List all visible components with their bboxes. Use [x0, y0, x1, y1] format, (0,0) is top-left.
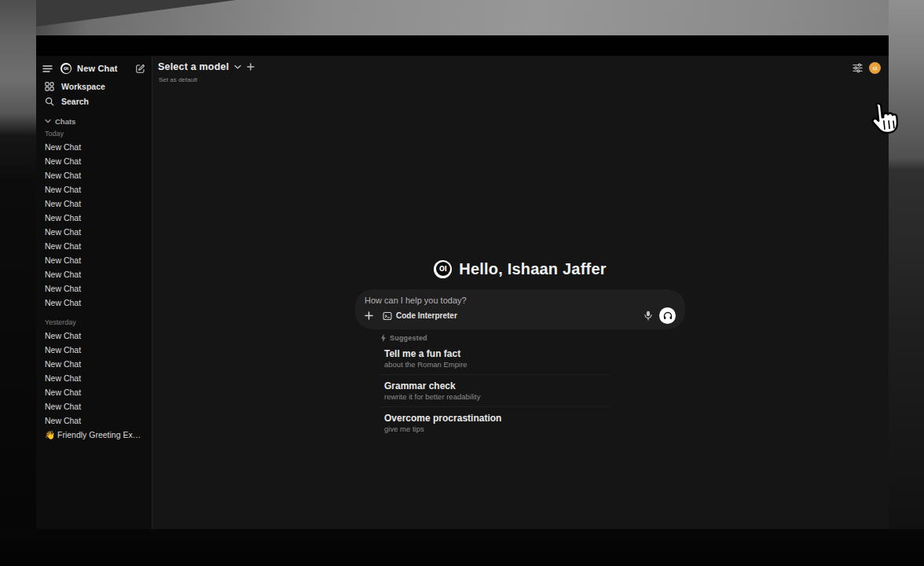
new-chat-icon[interactable] — [135, 64, 145, 74]
chevron-down-icon — [45, 119, 51, 123]
workspace-label: Workspace — [61, 82, 105, 91]
greeting-text: Hello, Ishaan Jaffer — [459, 260, 606, 278]
chat-list-item[interactable]: New Chat — [42, 371, 145, 385]
voice-call-button[interactable] — [659, 307, 676, 324]
suggested-prompt[interactable]: Grammar check rewrite it for better read… — [380, 374, 610, 406]
composer-toolbar: Code Interpreter — [365, 307, 676, 324]
sidebar-header: OI New Chat — [42, 61, 145, 76]
chat-list-item[interactable]: New Chat — [42, 281, 145, 296]
suggested-prompt-title: Grammar check — [384, 380, 610, 391]
wallpaper-left-column — [0, 0, 36, 566]
microphone-icon[interactable] — [644, 311, 652, 321]
group-label-yesterday: Yesterday — [42, 317, 145, 329]
chat-list-item[interactable]: New Chat — [42, 168, 145, 182]
chat-list-item[interactable]: New Chat — [42, 329, 145, 343]
group-label-today: Today — [42, 128, 145, 140]
code-interpreter-label: Code Interpreter — [396, 311, 457, 320]
sidebar-item-search[interactable]: Search — [42, 94, 145, 108]
chat-list-item[interactable]: New Chat — [42, 357, 145, 371]
suggested-prompt-subtitle: rewrite it for better readability — [384, 392, 610, 402]
top-right-controls: IJ — [852, 62, 881, 74]
chats-section-toggle[interactable]: Chats — [42, 115, 145, 127]
chat-list-item[interactable]: New Chat — [42, 197, 145, 211]
chat-list-item[interactable]: New Chat — [42, 154, 145, 168]
model-selector[interactable]: Select a model — [158, 61, 255, 72]
suggested-prompt-subtitle: about the Roman Empire — [384, 360, 610, 369]
chat-list-item[interactable]: New Chat — [42, 211, 145, 225]
headphones-icon — [663, 311, 673, 320]
suggested-label: Suggested — [390, 334, 427, 342]
code-interpreter-icon — [383, 311, 392, 321]
sidebar-title: New Chat — [77, 64, 118, 73]
chat-list-item-named[interactable]: 👋 Friendly Greeting Exchange — [42, 428, 145, 442]
chat-list-item[interactable]: New Chat — [42, 296, 145, 310]
chat-list-item[interactable]: New Chat — [42, 385, 145, 399]
chat-list-item[interactable]: New Chat — [42, 253, 145, 267]
chat-list-item[interactable]: New Chat — [42, 182, 145, 197]
sidebar-item-workspace[interactable]: Workspace — [42, 79, 145, 94]
chat-list-item[interactable]: New Chat — [42, 140, 145, 154]
suggested-header: Suggested — [380, 333, 610, 343]
suggested-prompt[interactable]: Tell me a fun fact about the Roman Empir… — [380, 343, 610, 374]
suggested-prompt-title: Overcome procrastination — [384, 413, 610, 424]
sparkle-icon — [380, 334, 387, 342]
window-titlebar — [36, 35, 889, 56]
set-default-link[interactable]: Set as default — [159, 76, 197, 83]
desktop: OI New Chat Workspace Search — [0, 0, 924, 566]
sidebar: OI New Chat Workspace Search — [36, 56, 152, 529]
chat-list-item[interactable]: New Chat — [42, 267, 145, 281]
search-label: Search — [61, 97, 89, 106]
app-window: OI New Chat Workspace Search — [36, 35, 889, 529]
controls-sliders-icon[interactable] — [852, 63, 863, 73]
suggested-prompt[interactable]: Overcome procrastination give me tips — [380, 406, 610, 439]
greeting: OI Hello, Ishaan Jaffer — [355, 259, 685, 279]
search-icon — [45, 97, 54, 106]
sidebar-toggle-icon[interactable] — [42, 64, 53, 73]
workspace-grid-icon — [45, 82, 54, 91]
app-logo-large: OI — [434, 260, 452, 278]
code-interpreter-toggle[interactable]: Code Interpreter — [383, 311, 457, 321]
chat-list-item[interactable]: New Chat — [42, 225, 145, 239]
chat-list-item[interactable]: New Chat — [42, 239, 145, 253]
message-composer[interactable]: How can I help you today? Code Interpret… — [355, 289, 685, 329]
chat-list-item[interactable]: New Chat — [42, 399, 145, 413]
chats-section-label: Chats — [55, 117, 75, 126]
chat-list-item[interactable]: New Chat — [42, 413, 145, 428]
wallpaper-bottom-band — [0, 529, 924, 566]
chevron-down-icon — [234, 64, 241, 69]
app-logo: OI — [60, 63, 72, 74]
add-model-icon[interactable] — [247, 63, 255, 71]
suggested-prompts: Suggested Tell me a fun fact about the R… — [380, 333, 610, 439]
model-selector-label: Select a model — [158, 61, 229, 72]
composer-placeholder: How can I help you today? — [365, 296, 676, 305]
user-avatar[interactable]: IJ — [869, 62, 881, 74]
suggested-prompt-title: Tell me a fun fact — [384, 348, 610, 359]
suggested-prompt-subtitle: give me tips — [384, 424, 610, 434]
wallpaper-right-column — [889, 0, 924, 566]
main-content: Select a model Set as default IJ OI Hell… — [153, 56, 889, 529]
attach-plus-icon[interactable] — [365, 311, 373, 320]
chat-list-item[interactable]: New Chat — [42, 343, 145, 357]
